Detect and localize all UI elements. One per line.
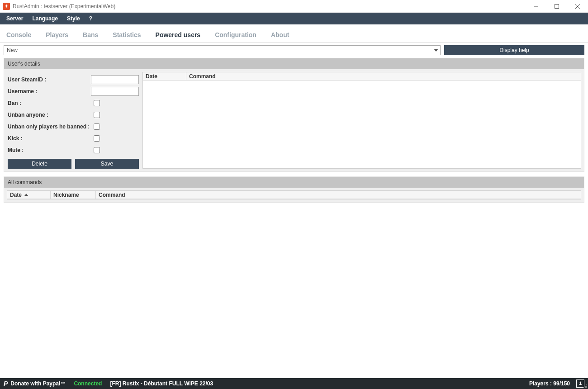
tabstrip: Console Players Bans Statistics Powered … <box>0 24 588 43</box>
tab-bans[interactable]: Bans <box>79 27 102 42</box>
username-label: Username : <box>8 88 91 95</box>
save-button[interactable]: Save <box>75 159 139 169</box>
unban-own-checkbox[interactable] <box>94 123 100 130</box>
sort-asc-icon <box>24 194 28 196</box>
user-details-panel: User's details User SteamID : Username :… <box>4 58 584 172</box>
col-date[interactable]: Date <box>143 72 186 80</box>
maximize-button[interactable] <box>546 0 567 13</box>
donate-link[interactable]: Donate with Paypal™ <box>10 380 66 387</box>
statusbar: P Donate with Paypal™ Connected [FR] Rus… <box>0 378 588 389</box>
menu-language[interactable]: Language <box>28 13 62 24</box>
col-date-all-label: Date <box>10 192 22 198</box>
all-commands-grid: Date Nickname Command <box>7 190 581 199</box>
tab-players[interactable]: Players <box>42 27 72 42</box>
window-title: RustAdmin : testserver (ExperimentalWeb) <box>13 3 115 9</box>
all-commands-panel: All commands Date Nickname Command <box>4 176 584 203</box>
content-area: New Display help User's details User Ste… <box>0 43 588 206</box>
server-name: [FR] Rustix - Débutant FULL WIPE 22/03 <box>110 380 213 387</box>
display-help-button[interactable]: Display help <box>444 45 584 55</box>
menu-help[interactable]: ? <box>85 13 97 24</box>
paypal-icon: P <box>4 380 8 387</box>
col-command[interactable]: Command <box>186 72 581 80</box>
ban-checkbox[interactable] <box>94 100 100 106</box>
user-details-header: User's details <box>4 58 584 69</box>
all-commands-header: All commands <box>4 177 584 188</box>
players-count: Players : 99/150 <box>529 380 570 387</box>
top-row: New Display help <box>4 45 584 55</box>
user-commands-grid: Date Command <box>142 72 581 169</box>
chevron-down-icon <box>434 49 438 52</box>
user-details-form: User SteamID : Username : Ban : Unban an… <box>4 69 142 171</box>
close-button[interactable] <box>567 0 588 13</box>
tab-configuration[interactable]: Configuration <box>211 27 260 42</box>
steamid-label: User SteamID : <box>8 76 91 83</box>
titlebar: ✦ RustAdmin : testserver (ExperimentalWe… <box>0 0 588 13</box>
kick-checkbox[interactable] <box>94 135 100 142</box>
tab-about[interactable]: About <box>267 27 293 42</box>
connection-status: Connected <box>74 380 102 387</box>
username-input[interactable] <box>91 87 139 96</box>
kick-label: Kick : <box>8 135 94 142</box>
unban-anyone-label: Unban anyone : <box>8 112 94 118</box>
tab-console[interactable]: Console <box>3 27 35 42</box>
tab-powered-users[interactable]: Powered users <box>152 27 204 42</box>
app-icon: ✦ <box>3 3 10 10</box>
user-commands-grid-body[interactable] <box>143 81 581 168</box>
tab-statistics[interactable]: Statistics <box>109 27 144 42</box>
menubar: Server Language Style ? <box>0 13 588 24</box>
all-commands-grid-header: Date Nickname Command <box>7 191 581 199</box>
col-command-all[interactable]: Command <box>96 191 581 199</box>
ban-label: Ban : <box>8 100 94 106</box>
delete-button[interactable]: Delete <box>8 159 71 169</box>
svg-rect-1 <box>555 4 559 8</box>
user-commands-grid-header: Date Command <box>143 72 581 81</box>
mute-label: Mute : <box>8 147 94 153</box>
steamid-input[interactable] <box>91 75 139 84</box>
dropdown-value: New <box>7 47 18 53</box>
col-date-all[interactable]: Date <box>7 191 51 199</box>
minimize-button[interactable] <box>526 0 546 13</box>
menu-server[interactable]: Server <box>2 13 28 24</box>
col-nickname[interactable]: Nickname <box>51 191 96 199</box>
mute-checkbox[interactable] <box>94 147 100 153</box>
unban-own-label: Unban only players he banned : <box>8 123 94 130</box>
menu-style[interactable]: Style <box>62 13 85 24</box>
resize-grip[interactable] <box>582 383 588 389</box>
unban-anyone-checkbox[interactable] <box>94 112 100 118</box>
user-select-dropdown[interactable]: New <box>4 45 441 55</box>
